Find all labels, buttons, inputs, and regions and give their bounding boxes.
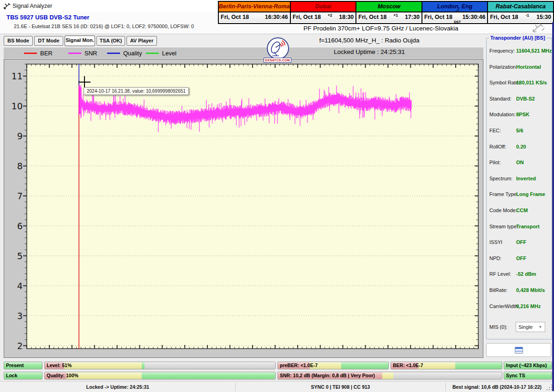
y-axis-label: 10 bbox=[12, 101, 23, 111]
transponder-value: Inverted bbox=[516, 176, 536, 181]
transponder-label: Standard: bbox=[489, 96, 512, 101]
y-axis-label: 5 bbox=[17, 251, 23, 261]
antenna-title: PF Prodelin 370cm+ LOF=9.75 GHz / Lucene… bbox=[212, 25, 549, 32]
legend-label: Level bbox=[162, 50, 176, 57]
transponder-label: RF Level: bbox=[489, 271, 511, 277]
uptime-title: Locked Uptime : 24:25:31 bbox=[208, 48, 531, 55]
transponder-label: FEC: bbox=[489, 128, 501, 133]
transponder-label: Frame Type: bbox=[489, 191, 518, 197]
dxsatcs-logo-ring bbox=[267, 37, 289, 59]
meter-label: Quality: 100% bbox=[47, 372, 78, 379]
transponder-value: ON bbox=[516, 160, 524, 165]
meter-label: Level: 51% bbox=[47, 362, 72, 369]
meter-level: Level: 51% bbox=[44, 362, 276, 369]
clock-3: MoscowFri, Oct 18+117:30 bbox=[356, 2, 422, 23]
clock-4: London, EngFri, Oct 18-1 DST15:30:46 bbox=[422, 2, 488, 23]
transponder-value: -52 dBm bbox=[516, 271, 536, 277]
dxsatcs-logo-text: DXSATCS.COM bbox=[264, 58, 291, 63]
tuner-info: 21.6E - Eutelsat 21B SES 16 (ID: 0216) @… bbox=[14, 24, 194, 29]
transponder-value: 0,428 Mbit/s bbox=[516, 287, 545, 293]
tab-signal-mon[interactable]: Signal Mon. bbox=[65, 36, 95, 46]
transponder-value: DVB-S2 bbox=[516, 96, 535, 101]
transponder-label: BitRate: bbox=[489, 287, 507, 293]
transponder-label: Code Mode: bbox=[489, 208, 517, 213]
legend-item-level: Level bbox=[146, 48, 176, 59]
y-axis-label: 4 bbox=[17, 281, 23, 291]
y-axis-label: 2 bbox=[17, 341, 23, 351]
dxsatcs-logo: DXSATCS.COM bbox=[264, 37, 291, 63]
signal-title: f=11604,500 MHz_H_ : Radio Oujda bbox=[208, 37, 531, 44]
legend-swatch-level bbox=[146, 53, 159, 54]
tab-bs-mode[interactable]: BS Mode bbox=[4, 36, 33, 46]
mis-dropdown[interactable]: Single ▼ bbox=[516, 322, 545, 332]
meter-input: Input (~423 Kbps) bbox=[504, 362, 552, 369]
clock-time: Fri, Oct 1816:30:46 bbox=[219, 12, 290, 22]
transponder-value: Transport bbox=[516, 224, 540, 229]
legend-label: BER bbox=[40, 50, 53, 57]
tab-dt-mode[interactable]: DT Mode bbox=[34, 36, 63, 46]
mis-label: MIS (0): bbox=[489, 324, 507, 330]
status-sync-counters: SYNC 0 | TEI 908 | CC 913 bbox=[235, 381, 446, 392]
transponder-value: 5/6 bbox=[516, 128, 523, 133]
tuner-name: TBS 5927 USB DVB-S2 Tuner bbox=[6, 14, 90, 21]
legend-label: Quality bbox=[123, 50, 142, 57]
transponder-value: Long Frame bbox=[516, 191, 545, 197]
y-axis-label: 11 bbox=[12, 71, 23, 81]
world-clocks: Berlin-Paris-Vienna-RomaFri, Oct 1816:30… bbox=[218, 1, 554, 24]
snapshot-button[interactable] bbox=[486, 343, 551, 357]
chart-svg: 234567891011 bbox=[4, 59, 483, 357]
transponder-value: CCM bbox=[516, 208, 528, 213]
mis-dropdown-value: Single bbox=[518, 324, 533, 330]
clock-city: Berlin-Paris-Vienna-Roma bbox=[219, 2, 290, 12]
transponder-label: CarrierWidth: bbox=[489, 303, 519, 309]
transponder-label: Stream type: bbox=[489, 224, 518, 229]
meter-ber: BER: <1.0E-7 bbox=[391, 362, 502, 369]
clock-time: Fri, Oct 18+117:30 bbox=[356, 12, 422, 22]
y-axis-label: 9 bbox=[17, 131, 23, 141]
transponder-value: 180,011 KS/s bbox=[516, 80, 547, 85]
y-axis-label: 6 bbox=[17, 221, 23, 231]
clock-time: Fri, Oct 18+218:30 bbox=[291, 12, 356, 22]
transponder-label: Spectrum: bbox=[489, 176, 512, 181]
meter-label: Present bbox=[6, 362, 24, 369]
legend-item-quality: Quality bbox=[107, 48, 142, 59]
clock-time: Fri, Oct 18-115:30 bbox=[488, 12, 553, 22]
chart-tooltip: 2024-10-17 16.21.38, value: 10,699999809… bbox=[84, 87, 189, 95]
legend-swatch-snr bbox=[68, 53, 81, 54]
transponder-label: NPD: bbox=[489, 255, 501, 261]
clock-2: DubaiFri, Oct 18+218:30 bbox=[291, 2, 357, 23]
meter-preber: preBER: <1.0E-7 bbox=[277, 362, 389, 369]
tab-av-player[interactable]: AV Player bbox=[126, 36, 157, 46]
tab-tsa-ok[interactable]: TSA (OK) bbox=[96, 36, 125, 46]
meter-lock: Lock bbox=[4, 372, 42, 380]
status-best-signal: Best signal: 10,6 dB (2024-10-17 16:22) bbox=[446, 381, 548, 392]
transponder-value: 0.20 bbox=[516, 144, 526, 149]
signal-chart[interactable]: 234567891011 bbox=[4, 59, 483, 358]
transponder-label: ISSYI bbox=[489, 239, 502, 245]
legend-item-ber: BER bbox=[24, 48, 53, 59]
meter-label: preBER: <1.0E-7 bbox=[280, 362, 318, 369]
legend-item-snr: SNR bbox=[68, 48, 97, 59]
y-axis-label: 7 bbox=[17, 191, 23, 201]
transponder-label: Polarization: bbox=[489, 64, 518, 70]
chevron-down-icon: ▼ bbox=[538, 325, 542, 329]
snapshot-icon bbox=[515, 347, 523, 354]
window-title: Signal Analyzer bbox=[12, 3, 52, 9]
legend-swatch-ber bbox=[24, 53, 37, 54]
clock-5: Rabat-CasablancaFri, Oct 18-115:30 bbox=[488, 2, 553, 23]
clock-1: Berlin-Paris-Vienna-RomaFri, Oct 1816:30… bbox=[219, 2, 291, 23]
transponder-value: 8PSK bbox=[516, 112, 530, 117]
satellite-dish-icon bbox=[268, 38, 286, 57]
clock-time: Fri, Oct 18-1 DST15:30:46 bbox=[422, 12, 488, 22]
y-axis-label: 8 bbox=[17, 161, 23, 171]
transponder-value: Horizontal bbox=[516, 64, 541, 70]
status-lock-uptime: Locked -> Uptime: 24:25:31 bbox=[0, 381, 235, 392]
transponder-label: Modulation: bbox=[489, 112, 516, 117]
window-right-border bbox=[552, 22, 554, 391]
transponder-value: 0,216 MHz bbox=[516, 303, 541, 309]
meter-snr: SNR: 10,2 dB (Margin: 0,8 dB | Very Poor… bbox=[277, 372, 502, 380]
transponder-label: Pilot: bbox=[489, 160, 500, 165]
app-watermark-icon bbox=[532, 23, 546, 33]
y-axis-label: 3 bbox=[17, 311, 23, 321]
meter-syncts: Sync TS bbox=[504, 372, 552, 380]
